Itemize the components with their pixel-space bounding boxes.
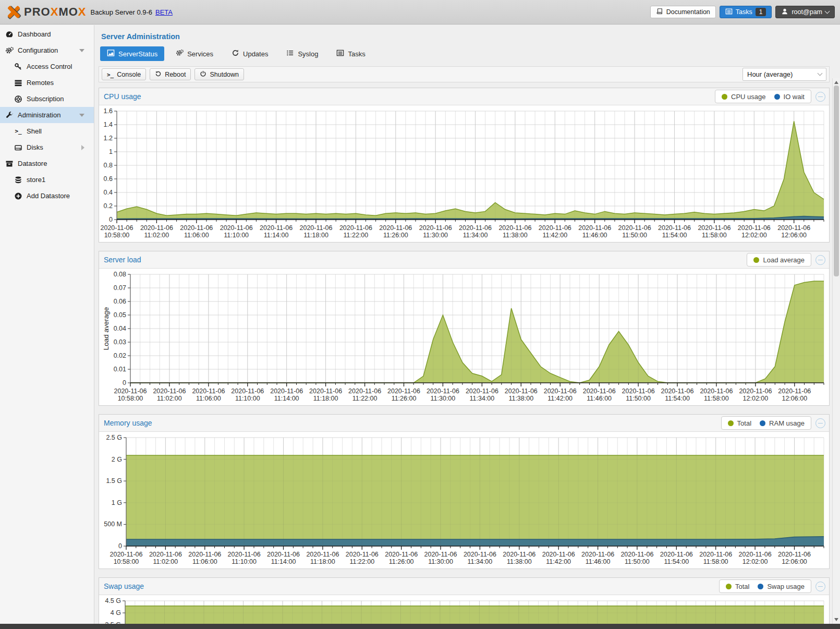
legend-item[interactable]: CPU usage [722, 93, 765, 101]
plus-circle-icon [14, 192, 22, 200]
svg-text:11:30:00: 11:30:00 [428, 558, 453, 565]
tab-syslog[interactable]: Syslog [279, 46, 325, 61]
svg-text:11:14:00: 11:14:00 [274, 395, 299, 402]
sidebar-item-shell[interactable]: >_ Shell [0, 123, 94, 139]
svg-text:2020-11-06: 2020-11-06 [739, 551, 772, 558]
svg-text:0.07: 0.07 [114, 284, 126, 292]
svg-text:2020-11-06: 2020-11-06 [339, 224, 372, 232]
svg-text:11:34:00: 11:34:00 [463, 232, 488, 239]
collapse-panel-icon[interactable] [815, 255, 825, 265]
sidebar-item-configuration[interactable]: Configuration [0, 42, 94, 58]
terminal-icon: >_ [107, 71, 114, 78]
panel-header: Memory usage Total RAM usage [99, 415, 829, 432]
legend-item[interactable]: Swap usage [758, 583, 805, 590]
svg-text:2020-11-06: 2020-11-06 [260, 224, 293, 232]
swap-usage-legend[interactable]: Total Swap usage [719, 579, 811, 593]
documentation-label: Documentation [666, 8, 710, 16]
scrollbar-thumb[interactable] [834, 86, 839, 276]
tasks-label: Tasks [736, 8, 752, 16]
svg-text:11:18:00: 11:18:00 [310, 558, 335, 565]
time-range-value: Hour (average) [747, 70, 793, 78]
svg-text:0.06: 0.06 [114, 298, 126, 305]
sidebar-item-datastore[interactable]: Datastore [0, 155, 94, 172]
vertical-scrollbar[interactable] [832, 78, 840, 624]
proxmox-logo: PROXMOX [5, 4, 87, 20]
panel-cpu-usage: CPU usage CPU usage IO wait 00.20.40.60.… [99, 88, 830, 243]
legend-item[interactable]: Total [726, 583, 749, 590]
svg-text:0.04: 0.04 [114, 325, 126, 332]
time-range-select[interactable]: Hour (average) [742, 68, 826, 81]
topbar-actions: Documentation Tasks 1 root@pam [650, 6, 835, 18]
tasks-button[interactable]: Tasks 1 [720, 6, 772, 18]
legend-item[interactable]: Load average [753, 256, 805, 264]
scroll-up-arrow-icon[interactable] [834, 81, 838, 84]
sidebar-item-administration[interactable]: Administration [0, 107, 94, 123]
archive-box-icon [5, 160, 14, 168]
topbar: PROXMOX Backup Server 0.9-6 BETA Documen… [0, 0, 840, 25]
svg-text:2020-11-06: 2020-11-06 [192, 388, 225, 395]
sidebar-item-access-control[interactable]: Access Control [0, 58, 94, 75]
legend-dot-blue [758, 584, 763, 589]
collapse-panel-icon[interactable] [815, 418, 825, 428]
tab-updates[interactable]: Updates [225, 46, 275, 61]
cpu-usage-legend[interactable]: CPU usage IO wait [715, 90, 811, 103]
reboot-button[interactable]: Reboot [150, 68, 191, 80]
svg-text:11:50:00: 11:50:00 [622, 232, 647, 239]
chevron-down-icon [79, 49, 84, 52]
svg-text:10:58:00: 10:58:00 [118, 395, 143, 402]
memory-usage-legend[interactable]: Total RAM usage [721, 416, 811, 430]
svg-text:0: 0 [109, 216, 113, 223]
scroll-down-arrow-icon[interactable] [834, 618, 838, 621]
console-label: Console [117, 71, 141, 78]
svg-text:2020-11-06: 2020-11-06 [424, 551, 457, 558]
svg-text:2020-11-06: 2020-11-06 [699, 551, 732, 558]
svg-text:0.03: 0.03 [114, 338, 126, 346]
tab-tasks[interactable]: Tasks [330, 46, 372, 61]
svg-text:0.01: 0.01 [114, 366, 126, 373]
svg-text:2020-11-06: 2020-11-06 [542, 551, 575, 558]
legend-item[interactable]: IO wait [774, 93, 805, 101]
panel-header: CPU usage CPU usage IO wait [99, 88, 829, 105]
svg-text:11:14:00: 11:14:00 [264, 232, 289, 239]
tab-bar: ServerStatus Services Updates Syslog [100, 46, 840, 61]
collapse-panel-icon[interactable] [815, 92, 825, 102]
legend-dot-blue [760, 420, 765, 426]
svg-text:2020-11-06: 2020-11-06 [661, 388, 693, 395]
documentation-button[interactable]: Documentation [650, 6, 716, 18]
svg-text:4 G: 4 G [111, 609, 121, 616]
beta-link[interactable]: BETA [155, 8, 173, 16]
svg-text:500 M: 500 M [104, 521, 122, 528]
legend-label: Load average [763, 256, 805, 264]
svg-text:2020-11-06: 2020-11-06 [459, 224, 492, 232]
legend-dot-green [726, 584, 732, 589]
main-content: Server Administration ServerStatus Servi… [95, 25, 840, 624]
svg-text:2020-11-06: 2020-11-06 [231, 388, 264, 395]
sidebar-item-remotes[interactable]: Remotes [0, 75, 94, 91]
svg-text:12:02:00: 12:02:00 [741, 232, 767, 239]
svg-text:1: 1 [109, 148, 113, 155]
svg-text:10:58:00: 10:58:00 [114, 558, 139, 565]
legend-item[interactable]: Total [728, 419, 751, 427]
tab-serverstatus[interactable]: ServerStatus [100, 46, 164, 61]
list-icon [286, 49, 294, 58]
collapse-panel-icon[interactable] [815, 582, 825, 591]
panel-title: Memory usage [104, 419, 152, 427]
tab-label: Syslog [298, 50, 318, 58]
sidebar-item-store1[interactable]: store1 [0, 172, 94, 188]
shutdown-button[interactable]: Shutdown [194, 68, 244, 80]
svg-text:1.5 G: 1.5 G [106, 477, 122, 485]
cpu-usage-chart: 00.20.40.60.811.21.41.62020-11-0610:58:0… [99, 105, 829, 242]
sidebar-item-subscription[interactable]: Subscription [0, 91, 94, 107]
sidebar-item-disks[interactable]: Disks [0, 139, 94, 155]
server-load-legend[interactable]: Load average [747, 253, 811, 267]
console-button[interactable]: >_ Console [102, 68, 146, 80]
svg-text:12:02:00: 12:02:00 [742, 558, 768, 565]
tasks-count-badge: 1 [756, 8, 766, 16]
user-menu-button[interactable]: root@pam [775, 6, 835, 18]
sidebar-item-dashboard[interactable]: Dashboard [0, 26, 94, 42]
tab-services[interactable]: Services [169, 46, 220, 61]
brand-wordmark: PROXMOX [24, 5, 87, 19]
sidebar-item-add-datastore[interactable]: Add Datastore [0, 188, 94, 204]
legend-item[interactable]: RAM usage [760, 419, 805, 427]
svg-text:Load average: Load average [102, 307, 110, 350]
